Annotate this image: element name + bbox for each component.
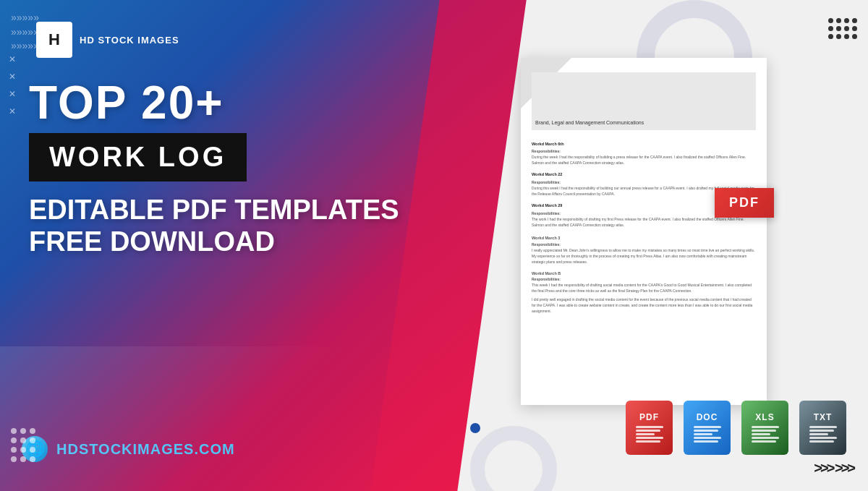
doc-section5-text: This week I had the responsibility of dr… bbox=[532, 282, 756, 294]
deco-x-marks: ✕ ✕ ✕ ✕ bbox=[9, 51, 16, 120]
format-icon-doc[interactable]: DOC bbox=[684, 401, 731, 455]
pdf-badge: PDF bbox=[715, 188, 774, 218]
doc-lines bbox=[694, 424, 721, 444]
format-icon-pdf[interactable]: PDF bbox=[626, 401, 673, 455]
doc-responsibilities4: Responsibilities: bbox=[532, 242, 756, 247]
doc-section3-text: The work I had the responsibility of dra… bbox=[532, 216, 756, 228]
doc-section1-text: During the week I had the responsibility… bbox=[532, 154, 756, 166]
geo-circle-bottom bbox=[470, 426, 557, 491]
doc-section4-title: Workd March 3 bbox=[532, 235, 756, 242]
doc-responsibilities5: Responsibilities: bbox=[532, 276, 756, 282]
format-icons-row: PDF DOC XL bbox=[626, 401, 846, 455]
blue-dot-decoration bbox=[470, 423, 480, 433]
chevrons-bottom-right: >>> >>> bbox=[814, 460, 854, 477]
doc-section5-extra: I did pretty well engaged in drafting th… bbox=[532, 296, 756, 314]
doc-header-area: Brand, Legal and Management Communicatio… bbox=[532, 72, 756, 130]
xls-lines bbox=[752, 424, 779, 444]
logo-area: H HD STOCK IMAGES bbox=[36, 22, 427, 58]
subtitle-line2: FREE DOWNLOAD bbox=[29, 226, 427, 258]
deco-arrows-top-left: »»»»» »»»»» »»»»» bbox=[11, 11, 39, 54]
main-container: »»»»» »»»»» »»»»» ✕ ✕ ✕ ✕ H HD STOCK IMA… bbox=[0, 0, 868, 491]
txt-lines bbox=[809, 424, 837, 444]
left-panel: »»»»» »»»»» »»»»» ✕ ✕ ✕ ✕ H HD STOCK IMA… bbox=[0, 0, 448, 491]
work-log-badge: WORK LOG bbox=[29, 133, 247, 182]
main-content: TOP 20+ WORK LOG EDITABLE PDF TEMPLATES … bbox=[29, 80, 427, 436]
logo-letter: H bbox=[48, 30, 60, 49]
doc-section5-title: Workd March B bbox=[532, 270, 756, 277]
pdf-label: PDF bbox=[639, 412, 659, 422]
deco-dots-bottom-left bbox=[11, 428, 35, 462]
doc-section4-text: I really appreciated Mr. Dean John's wil… bbox=[532, 247, 756, 265]
subtitle-text: EDITABLE PDF TEMPLATES FREE DOWNLOAD bbox=[29, 195, 427, 257]
format-icon-txt[interactable]: TXT bbox=[799, 401, 846, 455]
doc-responsibilities1: Responsibilities: bbox=[532, 148, 756, 154]
doc-header-text: Brand, Legal and Management Communicatio… bbox=[535, 119, 644, 127]
subtitle-line1: EDITABLE PDF TEMPLATES bbox=[29, 195, 427, 226]
doc-label: DOC bbox=[697, 412, 718, 422]
work-log-text: WORK LOG bbox=[49, 142, 226, 172]
bottom-area: 🌐 HDSTOCKIMAGES.COM bbox=[22, 436, 427, 477]
dots-grid-top-right bbox=[828, 18, 857, 39]
website-url: HDSTOCKIMAGES.COM bbox=[56, 441, 235, 458]
doc-section1-title: Workd March 6th bbox=[532, 141, 756, 148]
format-icon-xls[interactable]: XLS bbox=[741, 401, 788, 455]
txt-label: TXT bbox=[814, 412, 833, 422]
document-preview: Brand, Legal and Management Communicatio… bbox=[521, 58, 767, 405]
logo-icon: H bbox=[36, 22, 72, 58]
doc-responsibilities2: Responsibilities: bbox=[532, 179, 756, 185]
logo-name: HD STOCK IMAGES bbox=[80, 35, 179, 46]
pdf-lines bbox=[636, 424, 663, 444]
doc-section2-title: Workd March 22 bbox=[532, 171, 756, 178]
top-20-label: TOP 20+ bbox=[29, 80, 427, 126]
xls-label: XLS bbox=[755, 412, 774, 422]
doc-content: Workd March 6th Responsibilities: During… bbox=[532, 141, 756, 315]
